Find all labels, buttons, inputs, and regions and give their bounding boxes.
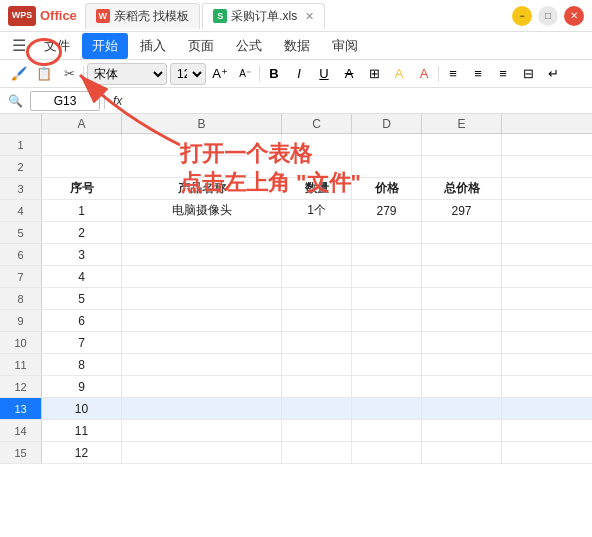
- cell-b6[interactable]: [122, 244, 282, 265]
- menu-insert[interactable]: 插入: [130, 33, 176, 59]
- cell-d4[interactable]: 279: [352, 200, 422, 221]
- cell-e9[interactable]: [422, 310, 502, 331]
- cell-e3[interactable]: 总价格: [422, 178, 502, 199]
- cell-b1[interactable]: [122, 134, 282, 155]
- cell-a4[interactable]: 1: [42, 200, 122, 221]
- cell-c14[interactable]: [282, 420, 352, 441]
- cell-d15[interactable]: [352, 442, 422, 463]
- cell-c10[interactable]: [282, 332, 352, 353]
- close-button[interactable]: ✕: [564, 6, 584, 26]
- font-grow-button[interactable]: A⁺: [209, 63, 231, 85]
- cell-a1[interactable]: [42, 134, 122, 155]
- cell-c7[interactable]: [282, 266, 352, 287]
- cell-d3[interactable]: 价格: [352, 178, 422, 199]
- align-left-button[interactable]: ≡: [442, 63, 464, 85]
- cell-e1[interactable]: [422, 134, 502, 155]
- bold-button[interactable]: B: [263, 63, 285, 85]
- font-size-select[interactable]: 12: [170, 63, 206, 85]
- tab-doc[interactable]: W 亲稻壳 找模板: [85, 3, 200, 29]
- border-button[interactable]: ⊞: [363, 63, 385, 85]
- font-shrink-button[interactable]: A⁻: [234, 63, 256, 85]
- underline-button[interactable]: U: [313, 63, 335, 85]
- font-color-button[interactable]: A: [413, 63, 435, 85]
- cell-reference-input[interactable]: [30, 91, 100, 111]
- cell-c15[interactable]: [282, 442, 352, 463]
- col-header-a[interactable]: A: [42, 114, 122, 133]
- cell-e12[interactable]: [422, 376, 502, 397]
- cell-a11[interactable]: 8: [42, 354, 122, 375]
- cell-b10[interactable]: [122, 332, 282, 353]
- cell-d7[interactable]: [352, 266, 422, 287]
- cell-c3[interactable]: 数量: [282, 178, 352, 199]
- col-header-e[interactable]: E: [422, 114, 502, 133]
- cell-c9[interactable]: [282, 310, 352, 331]
- cell-c4[interactable]: 1个: [282, 200, 352, 221]
- close-tab-icon[interactable]: ✕: [305, 10, 314, 23]
- cell-b9[interactable]: [122, 310, 282, 331]
- menu-formula[interactable]: 公式: [226, 33, 272, 59]
- cell-d5[interactable]: [352, 222, 422, 243]
- cut-button[interactable]: ✂: [58, 63, 80, 85]
- col-header-d[interactable]: D: [352, 114, 422, 133]
- cell-b7[interactable]: [122, 266, 282, 287]
- cell-b12[interactable]: [122, 376, 282, 397]
- cell-c1[interactable]: [282, 134, 352, 155]
- wrap-button[interactable]: ↵: [542, 63, 564, 85]
- cell-a12[interactable]: 9: [42, 376, 122, 397]
- cell-e5[interactable]: [422, 222, 502, 243]
- cell-a7[interactable]: 4: [42, 266, 122, 287]
- menu-page[interactable]: 页面: [178, 33, 224, 59]
- italic-button[interactable]: I: [288, 63, 310, 85]
- cell-d6[interactable]: [352, 244, 422, 265]
- minimize-button[interactable]: －: [512, 6, 532, 26]
- menu-data[interactable]: 数据: [274, 33, 320, 59]
- cell-b8[interactable]: [122, 288, 282, 309]
- cell-e4[interactable]: 297: [422, 200, 502, 221]
- tab-xls[interactable]: S 采购订单.xls ✕: [202, 3, 325, 29]
- cell-a6[interactable]: 3: [42, 244, 122, 265]
- cell-d8[interactable]: [352, 288, 422, 309]
- merge-button[interactable]: ⊟: [517, 63, 539, 85]
- cell-d9[interactable]: [352, 310, 422, 331]
- cell-d13[interactable]: [352, 398, 422, 419]
- cell-c13[interactable]: [282, 398, 352, 419]
- cell-d1[interactable]: [352, 134, 422, 155]
- cell-e10[interactable]: [422, 332, 502, 353]
- cell-e15[interactable]: [422, 442, 502, 463]
- maximize-button[interactable]: □: [538, 6, 558, 26]
- cell-d14[interactable]: [352, 420, 422, 441]
- function-button[interactable]: fx: [109, 94, 126, 108]
- cell-e13[interactable]: [422, 398, 502, 419]
- cell-a3[interactable]: 序号: [42, 178, 122, 199]
- cell-a2[interactable]: [42, 156, 122, 177]
- cell-a9[interactable]: 6: [42, 310, 122, 331]
- font-name-select[interactable]: 宋体: [87, 63, 167, 85]
- cell-e14[interactable]: [422, 420, 502, 441]
- cell-e11[interactable]: [422, 354, 502, 375]
- align-center-button[interactable]: ≡: [467, 63, 489, 85]
- cell-b4[interactable]: 电脑摄像头: [122, 200, 282, 221]
- menu-review[interactable]: 审阅: [322, 33, 368, 59]
- cell-c8[interactable]: [282, 288, 352, 309]
- strikethrough-button[interactable]: A: [338, 63, 360, 85]
- cell-a13[interactable]: 10: [42, 398, 122, 419]
- cell-a8[interactable]: 5: [42, 288, 122, 309]
- cell-d2[interactable]: [352, 156, 422, 177]
- align-right-button[interactable]: ≡: [492, 63, 514, 85]
- cell-e2[interactable]: [422, 156, 502, 177]
- cell-b2[interactable]: [122, 156, 282, 177]
- menu-home[interactable]: 开始: [82, 33, 128, 59]
- paste-button[interactable]: 📋: [33, 63, 55, 85]
- col-header-b[interactable]: B: [122, 114, 282, 133]
- cell-c12[interactable]: [282, 376, 352, 397]
- cell-c6[interactable]: [282, 244, 352, 265]
- cell-c5[interactable]: [282, 222, 352, 243]
- cell-c11[interactable]: [282, 354, 352, 375]
- cell-a14[interactable]: 11: [42, 420, 122, 441]
- cell-b14[interactable]: [122, 420, 282, 441]
- cell-e8[interactable]: [422, 288, 502, 309]
- cell-a10[interactable]: 7: [42, 332, 122, 353]
- cell-b5[interactable]: [122, 222, 282, 243]
- fill-color-button[interactable]: A: [388, 63, 410, 85]
- cell-a15[interactable]: 12: [42, 442, 122, 463]
